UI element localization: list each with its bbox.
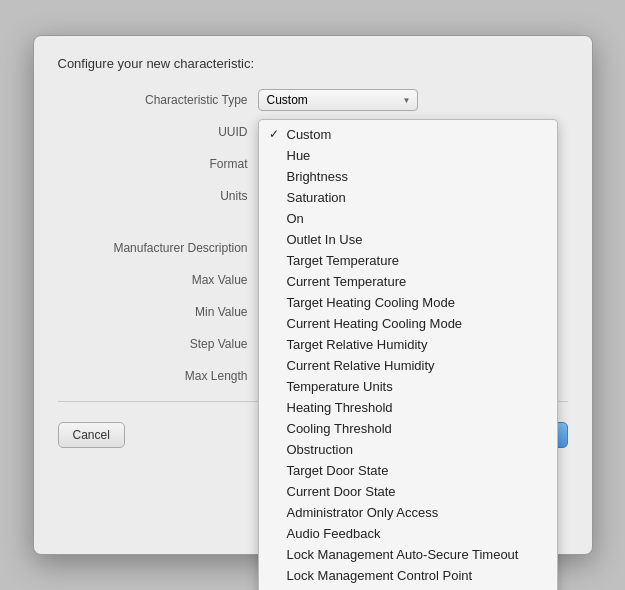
- dropdown-item-target-door-state[interactable]: Target Door State: [259, 460, 557, 481]
- dropdown-item-current-heating-cooling-mode[interactable]: Current Heating Cooling Mode: [259, 313, 557, 334]
- max-length-label: Max Length: [58, 369, 258, 383]
- configure-dialog: Configure your new characteristic: Chara…: [33, 35, 593, 555]
- form-area: Characteristic Type Custom Custom Hue Br…: [58, 89, 568, 387]
- cancel-button[interactable]: Cancel: [58, 422, 125, 448]
- dropdown-item-outlet-in-use[interactable]: Outlet In Use: [259, 229, 557, 250]
- dropdown-item-temperature-units[interactable]: Temperature Units: [259, 376, 557, 397]
- dropdown-item-audio-feedback[interactable]: Audio Feedback: [259, 523, 557, 544]
- dropdown-item-on[interactable]: On: [259, 208, 557, 229]
- format-label: Format: [58, 157, 258, 171]
- step-value-label: Step Value: [58, 337, 258, 351]
- dropdown-item-cooling-threshold[interactable]: Cooling Threshold: [259, 418, 557, 439]
- units-label: Units: [58, 189, 258, 203]
- characteristic-type-value: Custom: [267, 93, 308, 107]
- dropdown-item-administrator-only-access[interactable]: Administrator Only Access: [259, 502, 557, 523]
- dropdown-item-obstruction[interactable]: Obstruction: [259, 439, 557, 460]
- dropdown-item-current-temperature[interactable]: Current Temperature: [259, 271, 557, 292]
- characteristic-type-dropdown-trigger[interactable]: Custom: [258, 89, 418, 111]
- max-value-label: Max Value: [58, 273, 258, 287]
- characteristic-type-label: Characteristic Type: [58, 93, 258, 107]
- dropdown-item-brightness[interactable]: Brightness: [259, 166, 557, 187]
- dropdown-item-custom[interactable]: Custom: [259, 124, 557, 145]
- manufacturer-desc-label: Manufacturer Description: [58, 241, 258, 255]
- dropdown-menu: Custom Hue Brightness Saturation On Outl…: [258, 119, 558, 590]
- uuid-label: UUID: [58, 125, 258, 139]
- dropdown-item-lock-control-point[interactable]: Lock Management Control Point: [259, 565, 557, 586]
- min-value-label: Min Value: [58, 305, 258, 319]
- dropdown-item-heating-threshold[interactable]: Heating Threshold: [259, 397, 557, 418]
- dropdown-item-saturation[interactable]: Saturation: [259, 187, 557, 208]
- dropdown-item-current-door-state[interactable]: Current Door State: [259, 481, 557, 502]
- dialog-title: Configure your new characteristic:: [58, 56, 568, 71]
- dropdown-item-hue[interactable]: Hue: [259, 145, 557, 166]
- dropdown-item-lock-auto-secure[interactable]: Lock Management Auto-Secure Timeout: [259, 544, 557, 565]
- dropdown-item-target-heating-cooling-mode[interactable]: Target Heating Cooling Mode: [259, 292, 557, 313]
- characteristic-type-row: Characteristic Type Custom Custom Hue Br…: [58, 89, 568, 111]
- dropdown-item-lock-current-state[interactable]: Lock Mechanism Current State: [259, 586, 557, 590]
- dropdown-item-current-relative-humidity[interactable]: Current Relative Humidity: [259, 355, 557, 376]
- characteristic-type-field: Custom Custom Hue Brightness Saturation …: [258, 89, 568, 111]
- dropdown-item-target-relative-humidity[interactable]: Target Relative Humidity: [259, 334, 557, 355]
- characteristic-type-select-container: Custom Custom Hue Brightness Saturation …: [258, 89, 418, 111]
- dropdown-item-target-temperature[interactable]: Target Temperature: [259, 250, 557, 271]
